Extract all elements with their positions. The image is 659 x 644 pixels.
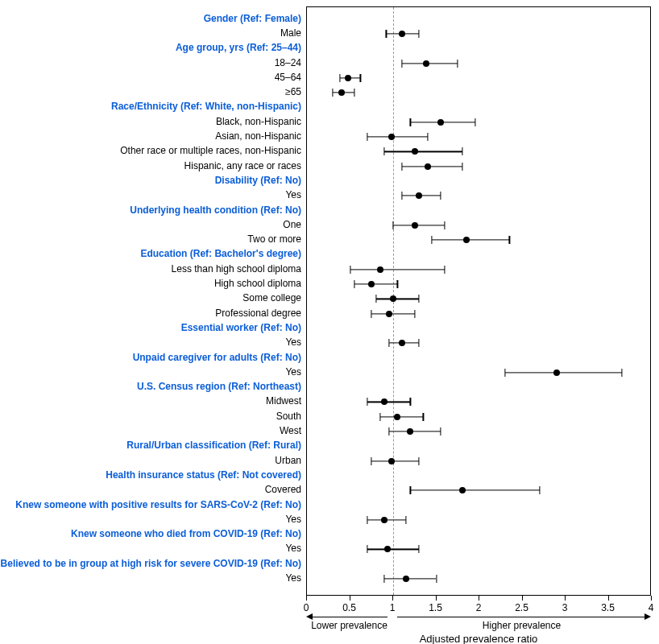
plot-area: [306, 6, 651, 596]
error-bar-cap: [367, 133, 367, 141]
group-header: Race/Ethnicity (Ref: White, non-Hispanic…: [111, 101, 301, 112]
x-tick: [306, 596, 307, 601]
x-tick: [522, 596, 523, 601]
error-bar-cap: [621, 369, 622, 377]
row-label: 45–64: [275, 72, 301, 83]
row-label: Less than high school diploma: [172, 263, 301, 275]
group-header: Knew someone who died from COVID-19 (Ref…: [71, 528, 301, 539]
error-bar: [393, 225, 445, 225]
row-label: Yes: [285, 336, 301, 348]
error-bar-cap: [445, 221, 446, 229]
error-bar: [371, 460, 419, 461]
row-label: Black, non-Hispanic: [216, 116, 301, 127]
error-bar: [371, 313, 415, 314]
x-tick-label: 1.5: [429, 602, 442, 613]
error-bar-cap: [509, 236, 510, 244]
error-bar: [384, 578, 436, 579]
row-label: Yes: [285, 189, 301, 200]
row-label: Some college: [242, 292, 301, 303]
error-bar-cap: [462, 147, 462, 155]
row-label: Midwest: [266, 395, 301, 407]
error-bar: [505, 372, 621, 373]
group-header: Education (Ref: Bachelor's degree): [140, 248, 301, 259]
x-tick-label: 4: [649, 602, 654, 613]
error-bar-cap: [397, 280, 398, 288]
x-tick: [350, 596, 350, 601]
group-header: Unpaid caregiver for adults (Ref: No): [133, 352, 301, 363]
group-header: U.S. Census region (Ref: Northeast): [137, 381, 301, 392]
error-bar-cap: [462, 163, 462, 171]
error-bar-cap: [410, 398, 411, 406]
error-bar-cap: [401, 60, 402, 68]
row-label: Other race or multiple races, non-Hispan…: [120, 145, 301, 156]
error-bar: [367, 402, 411, 402]
row-label: Yes: [285, 514, 301, 525]
error-bar-cap: [419, 545, 420, 553]
x-tick: [392, 596, 393, 601]
error-bar-cap: [445, 266, 446, 274]
error-bar-cap: [458, 60, 458, 68]
row-label: 18–24: [275, 57, 301, 68]
x-tick: [608, 596, 609, 601]
group-header: Age group, yrs (Ref: 25–44): [176, 42, 301, 53]
error-bar-cap: [436, 575, 437, 583]
x-tick-label: 3.5: [601, 602, 615, 613]
error-bar-cap: [401, 192, 402, 200]
error-bar-cap: [384, 575, 385, 583]
group-header: Knew someone with positive results for S…: [15, 499, 301, 510]
error-bar: [354, 283, 398, 284]
group-header: Essential worker (Ref: No): [181, 322, 301, 333]
row-label: High school diploma: [214, 278, 301, 289]
error-bar-cap: [386, 30, 387, 38]
error-bar-cap: [410, 486, 411, 494]
row-label: South: [276, 411, 301, 422]
error-bar-cap: [367, 398, 367, 406]
error-bar-cap: [419, 30, 420, 38]
x-tick-label: 3: [562, 602, 568, 613]
annotation-lower: Lower prevalence: [311, 620, 388, 631]
error-bar-cap: [339, 74, 340, 82]
error-bar-cap: [371, 457, 372, 465]
row-label: West: [280, 425, 301, 436]
row-label: Urban: [275, 455, 301, 466]
row-label: Hispanic, any race or races: [184, 160, 301, 171]
x-tick-label: 2: [476, 602, 482, 613]
row-label: Asian, non-Hispanic: [215, 130, 301, 142]
error-bar-cap: [539, 486, 540, 494]
row-label: Male: [280, 27, 301, 39]
error-bar-cap: [354, 280, 354, 288]
error-bar-cap: [354, 89, 354, 97]
group-header: Health insurance status (Ref: Not covere…: [106, 469, 301, 481]
error-bar-cap: [419, 339, 420, 347]
row-label: ≥65: [285, 86, 301, 97]
annotation-higher: Higher prevalence: [483, 620, 561, 631]
group-header: Disability (Ref: No): [215, 175, 301, 186]
error-bar: [402, 63, 458, 64]
error-bar-cap: [367, 516, 367, 524]
row-label: Yes: [285, 366, 301, 378]
error-bar-cap: [405, 516, 406, 524]
group-header: Rural/Urban classification (Ref: Rural): [126, 440, 301, 451]
group-header: Underlying health condition (Ref: No): [130, 204, 301, 216]
error-bar: [380, 416, 424, 417]
x-tick: [479, 596, 479, 601]
error-bar: [402, 166, 462, 167]
error-bar-cap: [360, 74, 361, 82]
error-bar-cap: [388, 339, 389, 347]
error-bar-cap: [350, 266, 350, 274]
error-bar: [350, 269, 446, 270]
row-label: Yes: [285, 572, 301, 584]
error-bar-cap: [419, 295, 420, 303]
error-bar-cap: [371, 310, 372, 318]
error-bar-cap: [375, 295, 376, 303]
x-tick: [436, 596, 437, 601]
error-bar: [389, 431, 441, 431]
row-label: Covered: [265, 484, 301, 495]
error-bar-cap: [401, 163, 402, 171]
error-bar-cap: [367, 545, 367, 553]
error-bar-cap: [432, 236, 433, 244]
row-label: One: [283, 219, 301, 230]
error-bar-cap: [333, 89, 334, 97]
forest-plot: Gender (Ref: Female)MaleAge group, yrs (…: [0, 0, 659, 644]
error-bar-cap: [440, 427, 441, 436]
